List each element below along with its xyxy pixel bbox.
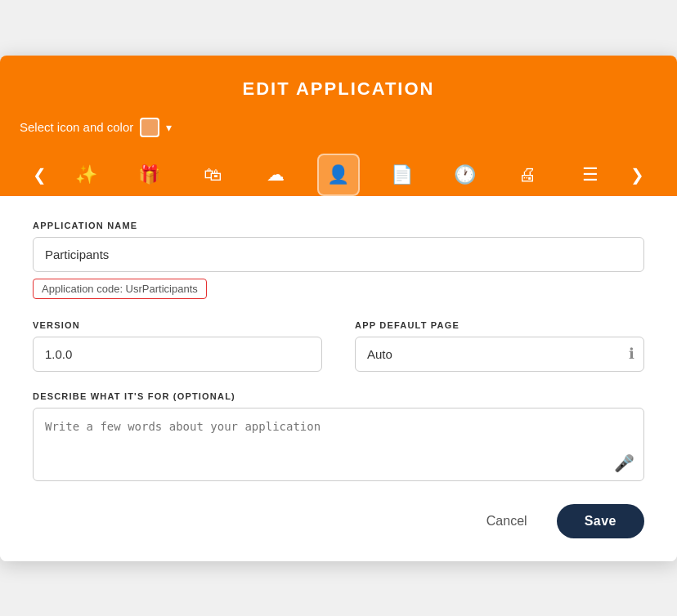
app-code-badge: Application code: UsrParticipants: [33, 279, 207, 299]
list-sort-icon[interactable]: ☰: [569, 154, 612, 196]
person-group-icon[interactable]: 👤: [317, 154, 360, 196]
printer-icon[interactable]: 🖨: [506, 154, 549, 196]
default-page-wrapper: Auto Manual ℹ: [355, 337, 644, 372]
cloud-upload-icon[interactable]: ☁: [254, 154, 297, 196]
icon-bar: ❮ ✨🎁🛍☁👤📄🕐🖨☰ ❯: [16, 149, 661, 196]
app-name-input[interactable]: [33, 237, 644, 272]
version-field: VERSION: [33, 320, 322, 372]
icon-color-row: Select icon and color ▾: [16, 118, 661, 137]
default-page-field: APP DEFAULT PAGE Auto Manual ℹ: [355, 320, 644, 372]
chevron-down-icon[interactable]: ▾: [166, 121, 172, 134]
version-input[interactable]: [33, 337, 322, 372]
modal-body: APPLICATION NAME Application code: UsrPa…: [0, 196, 677, 561]
version-defaultpage-row: VERSION APP DEFAULT PAGE Auto Manual ℹ: [33, 320, 644, 372]
cancel-button[interactable]: Cancel: [472, 506, 542, 537]
edit-application-modal: EDIT APPLICATION Select icon and color ▾…: [0, 56, 677, 561]
description-textarea[interactable]: [33, 408, 644, 481]
star-hand-icon[interactable]: ✨: [65, 154, 108, 196]
save-button[interactable]: Save: [557, 504, 644, 538]
document-stack-icon[interactable]: 📄: [380, 154, 423, 196]
description-wrapper: 🎤: [33, 408, 644, 484]
gift-icon[interactable]: 🎁: [128, 154, 171, 196]
default-page-select[interactable]: Auto Manual: [355, 337, 644, 372]
icon-color-label: Select icon and color: [20, 120, 133, 134]
clock-check-icon[interactable]: 🕐: [443, 154, 486, 196]
icon-list: ✨🎁🛍☁👤📄🕐🖨☰: [55, 154, 622, 196]
color-swatch[interactable]: [140, 118, 159, 137]
description-label: DESCRIBE WHAT IT'S FOR (OPTIONAL): [33, 391, 644, 401]
modal-title: EDIT APPLICATION: [16, 78, 661, 100]
icon-prev-button[interactable]: ❮: [25, 158, 55, 191]
description-field: DESCRIBE WHAT IT'S FOR (OPTIONAL) 🎤: [33, 391, 644, 484]
shopping-bag-icon[interactable]: 🛍: [191, 154, 234, 196]
modal-header: EDIT APPLICATION Select icon and color ▾…: [0, 56, 677, 196]
default-page-label: APP DEFAULT PAGE: [355, 320, 644, 330]
version-label: VERSION: [33, 320, 322, 330]
footer-buttons: Cancel Save: [33, 504, 644, 538]
icon-next-button[interactable]: ❯: [622, 158, 652, 191]
app-name-label: APPLICATION NAME: [33, 221, 644, 230]
